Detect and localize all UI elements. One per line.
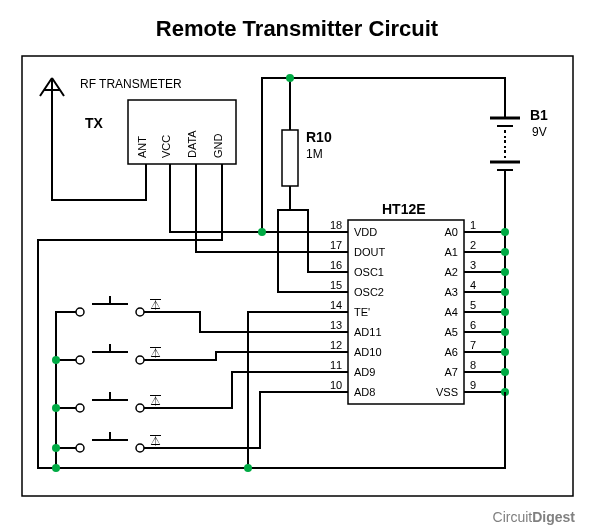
- svg-text:AD9: AD9: [354, 366, 375, 378]
- svg-point-75: [286, 74, 294, 82]
- ic-right-pins: 1 2 3 4 5 6 7 8 9: [464, 219, 484, 392]
- svg-text:A7: A7: [445, 366, 458, 378]
- svg-text:OSC1: OSC1: [354, 266, 384, 278]
- svg-point-87: [501, 248, 509, 256]
- svg-text:3: 3: [470, 259, 476, 271]
- svg-text:TE': TE': [354, 306, 370, 318]
- svg-text:AD10: AD10: [354, 346, 382, 358]
- resistor-r10: [282, 110, 298, 210]
- wire-switch-ad: [144, 312, 328, 448]
- svg-text:A3: A3: [445, 286, 458, 298]
- svg-text:⏄: ⏄: [150, 299, 161, 311]
- svg-text:A6: A6: [445, 346, 458, 358]
- svg-point-88: [501, 268, 509, 276]
- svg-text:15: 15: [330, 279, 342, 291]
- svg-rect-10: [282, 130, 298, 186]
- svg-point-86: [501, 228, 509, 236]
- svg-text:DOUT: DOUT: [354, 246, 385, 258]
- svg-text:A5: A5: [445, 326, 458, 338]
- svg-point-89: [501, 288, 509, 296]
- svg-text:AD8: AD8: [354, 386, 375, 398]
- ic-left-names: VDD DOUT OSC1 OSC2 TE' AD11 AD10 AD9 AD8: [354, 226, 385, 398]
- svg-point-112: [52, 404, 60, 412]
- svg-text:6: 6: [470, 319, 476, 331]
- tx-pin-stubs: [146, 164, 222, 188]
- svg-point-100: [136, 308, 144, 316]
- svg-point-99: [76, 308, 84, 316]
- ic-left-pins: 18 17 16 15 14 13 12 11 10: [328, 219, 348, 392]
- svg-text:⏄: ⏄: [150, 347, 161, 359]
- ic-right-names: A0 A1 A2 A3 A4 A5 A6 A7 VSS: [436, 226, 458, 398]
- svg-point-111: [52, 356, 60, 364]
- svg-text:12: 12: [330, 339, 342, 351]
- svg-point-93: [501, 368, 509, 376]
- svg-text:7: 7: [470, 339, 476, 351]
- svg-text:GND: GND: [212, 134, 224, 159]
- svg-point-91: [501, 328, 509, 336]
- svg-text:14: 14: [330, 299, 342, 311]
- ic-ref: HT12E: [382, 201, 426, 217]
- svg-text:1: 1: [470, 219, 476, 231]
- svg-point-114: [52, 464, 60, 472]
- svg-point-105: [76, 404, 84, 412]
- circuit-frame: [22, 56, 573, 496]
- svg-text:5: 5: [470, 299, 476, 311]
- tx-pin-labels: ANT VCC DATA GND: [136, 130, 224, 158]
- svg-point-92: [501, 348, 509, 356]
- battery-value: 9V: [532, 125, 547, 139]
- battery-icon: [490, 90, 520, 196]
- svg-point-106: [136, 404, 144, 412]
- svg-text:OSC2: OSC2: [354, 286, 384, 298]
- resistor-ref: R10: [306, 129, 332, 145]
- svg-text:4: 4: [470, 279, 476, 291]
- antenna-icon: [40, 78, 64, 140]
- svg-point-90: [501, 308, 509, 316]
- svg-text:8: 8: [470, 359, 476, 371]
- svg-text:ANT: ANT: [136, 136, 148, 158]
- svg-text:A0: A0: [445, 226, 458, 238]
- svg-text:A2: A2: [445, 266, 458, 278]
- svg-text:9: 9: [470, 379, 476, 391]
- svg-point-108: [76, 444, 84, 452]
- wire-switch-gnd: [52, 312, 76, 472]
- svg-text:VCC: VCC: [160, 135, 172, 158]
- svg-text:16: 16: [330, 259, 342, 271]
- svg-text:10: 10: [330, 379, 342, 391]
- resistor-value: 1M: [306, 147, 323, 161]
- svg-text:A4: A4: [445, 306, 458, 318]
- svg-text:11: 11: [330, 359, 342, 371]
- wire-gnd-bus: [38, 188, 509, 472]
- svg-point-95: [244, 464, 252, 472]
- svg-text:VDD: VDD: [354, 226, 377, 238]
- svg-point-109: [136, 444, 144, 452]
- svg-point-103: [136, 356, 144, 364]
- svg-text:2: 2: [470, 239, 476, 251]
- svg-text:13: 13: [330, 319, 342, 331]
- svg-text:⏄: ⏄: [150, 435, 161, 447]
- svg-text:AD11: AD11: [354, 326, 382, 338]
- svg-point-113: [52, 444, 60, 452]
- svg-text:DATA: DATA: [186, 130, 198, 158]
- tx-caption: RF TRANSMETER: [80, 77, 182, 91]
- wire-antenna: [52, 140, 146, 200]
- svg-point-76: [258, 228, 266, 236]
- tx-label: TX: [85, 115, 104, 131]
- svg-text:18: 18: [330, 219, 342, 231]
- svg-text:A1: A1: [445, 246, 458, 258]
- svg-text:17: 17: [330, 239, 342, 251]
- page-title: Remote Transmitter Circuit: [156, 16, 439, 41]
- svg-text:⏄: ⏄: [150, 395, 161, 407]
- svg-text:VSS: VSS: [436, 386, 458, 398]
- battery-ref: B1: [530, 107, 548, 123]
- svg-point-102: [76, 356, 84, 364]
- watermark: CircuitDigest: [493, 509, 576, 525]
